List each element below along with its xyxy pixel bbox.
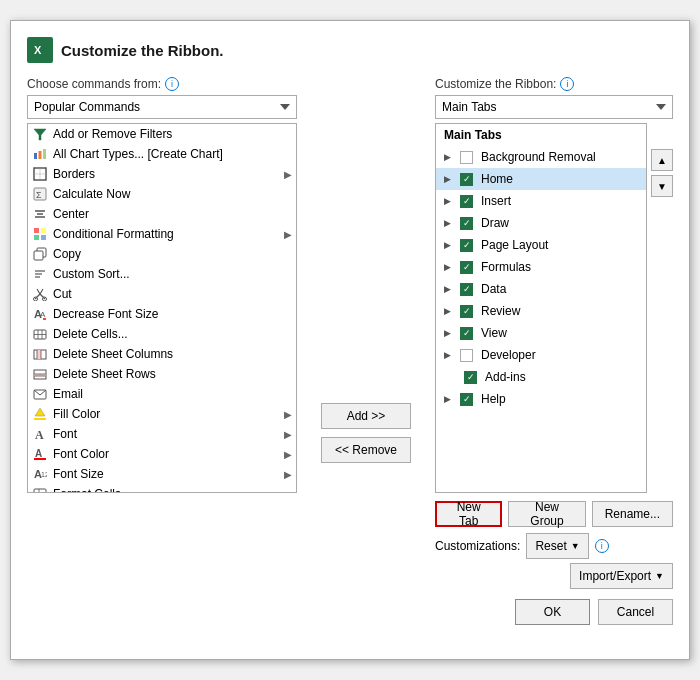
- list-item[interactable]: Fill Color▶: [28, 404, 296, 424]
- move-up-button[interactable]: ▲: [651, 149, 673, 171]
- right-info-icon[interactable]: i: [560, 77, 574, 91]
- fontsize-icon: A12: [32, 466, 48, 482]
- ribbon-list-header: Main Tabs: [436, 124, 646, 146]
- ribbon-dropdown[interactable]: Main Tabs: [435, 95, 673, 119]
- list-item[interactable]: Delete Cells...: [28, 324, 296, 344]
- right-panel: Customize the Ribbon: i Main Tabs Main T…: [435, 77, 673, 589]
- expand-arrow-icon: ▶: [284, 229, 292, 240]
- delcells-icon: [32, 326, 48, 342]
- ribbon-listbox[interactable]: Main Tabs▶Background Removal▶✓Home▶✓Inse…: [435, 123, 647, 493]
- ribbon-list-item[interactable]: ✓Add-ins: [436, 366, 646, 388]
- svg-line-25: [37, 289, 40, 294]
- rename-button[interactable]: Rename...: [592, 501, 673, 527]
- list-item[interactable]: Delete Sheet Columns: [28, 344, 296, 364]
- customizations-info-icon[interactable]: i: [595, 539, 609, 553]
- ribbon-checkbox[interactable]: ✓: [460, 239, 473, 252]
- cancel-button[interactable]: Cancel: [598, 599, 673, 625]
- ribbon-checkbox[interactable]: ✓: [460, 195, 473, 208]
- svg-text:12: 12: [41, 471, 47, 478]
- calc-icon: Σ: [32, 186, 48, 202]
- list-item[interactable]: Add or Remove Filters: [28, 124, 296, 144]
- svg-rect-37: [37, 350, 41, 359]
- right-panel-label: Customize the Ribbon: i: [435, 77, 673, 91]
- list-item[interactable]: Custom Sort...: [28, 264, 296, 284]
- list-item[interactable]: Conditional Formatting▶: [28, 224, 296, 244]
- commands-dropdown[interactable]: Popular Commands: [27, 95, 297, 119]
- ribbon-expand-arrow-icon: ▶: [444, 328, 456, 338]
- filter-icon: [32, 126, 48, 142]
- svg-rect-52: [34, 489, 46, 493]
- left-panel: Choose commands from: i Popular Commands…: [27, 77, 297, 589]
- remove-button[interactable]: << Remove: [321, 437, 411, 463]
- svg-line-26: [40, 289, 43, 294]
- ribbon-list-item[interactable]: ▶✓Help: [436, 388, 646, 410]
- move-down-button[interactable]: ▼: [651, 175, 673, 197]
- sort-icon: [32, 266, 48, 282]
- delcol-icon: [32, 346, 48, 362]
- reset-button[interactable]: Reset ▼: [526, 533, 588, 559]
- list-item[interactable]: Borders▶: [28, 164, 296, 184]
- left-info-icon[interactable]: i: [165, 77, 179, 91]
- new-tab-button[interactable]: New Tab: [435, 501, 502, 527]
- ribbon-list-item[interactable]: ▶✓Data: [436, 278, 646, 300]
- ribbon-list-item[interactable]: ▶✓Page Layout: [436, 234, 646, 256]
- font-icon: A: [32, 426, 48, 442]
- ribbon-list-item[interactable]: ▶✓Insert: [436, 190, 646, 212]
- list-item[interactable]: Delete Sheet Rows: [28, 364, 296, 384]
- svg-rect-3: [34, 153, 37, 159]
- ribbon-list-item[interactable]: ▶✓Home: [436, 168, 646, 190]
- svg-rect-4: [39, 151, 42, 159]
- svg-rect-17: [41, 235, 46, 240]
- formatcells-icon: [32, 486, 48, 493]
- decfont-icon: AA: [32, 306, 48, 322]
- new-group-button[interactable]: New Group: [508, 501, 585, 527]
- ribbon-checkbox[interactable]: ✓: [460, 327, 473, 340]
- list-item[interactable]: ΣCalculate Now: [28, 184, 296, 204]
- center-icon: [32, 206, 48, 222]
- list-item[interactable]: A12Font Size▶: [28, 464, 296, 484]
- ok-button[interactable]: OK: [515, 599, 590, 625]
- ribbon-expand-arrow-icon: ▶: [444, 284, 456, 294]
- expand-arrow-icon: ▶: [284, 449, 292, 460]
- ribbon-list-item[interactable]: ▶✓Review: [436, 300, 646, 322]
- customize-ribbon-dialog: X Customize the Ribbon. Choose commands …: [10, 20, 690, 660]
- ribbon-checkbox[interactable]: ✓: [460, 393, 473, 406]
- list-item[interactable]: Cut: [28, 284, 296, 304]
- svg-marker-45: [35, 408, 45, 416]
- list-item[interactable]: All Chart Types... [Create Chart]: [28, 144, 296, 164]
- ribbon-list-item[interactable]: ▶✓Draw: [436, 212, 646, 234]
- commands-listbox[interactable]: Add or Remove FiltersAll Chart Types... …: [27, 123, 297, 493]
- ribbon-checkbox[interactable]: ✓: [460, 217, 473, 230]
- bottom-buttons-row: New Tab New Group Rename...: [435, 501, 673, 527]
- ribbon-checkbox[interactable]: ✓: [460, 173, 473, 186]
- ribbon-list-item[interactable]: ▶✓Formulas: [436, 256, 646, 278]
- list-item[interactable]: Email: [28, 384, 296, 404]
- list-item[interactable]: Format Cells: [28, 484, 296, 493]
- add-button[interactable]: Add >>: [321, 403, 411, 429]
- svg-rect-15: [41, 228, 46, 233]
- ribbon-checkbox[interactable]: ✓: [460, 283, 473, 296]
- dialog-title: X Customize the Ribbon.: [27, 37, 673, 63]
- ribbon-checkbox[interactable]: [460, 349, 473, 362]
- svg-text:Σ: Σ: [36, 190, 42, 200]
- list-item[interactable]: AFont Color▶: [28, 444, 296, 464]
- expand-arrow-icon: ▶: [284, 409, 292, 420]
- list-item[interactable]: AADecrease Font Size: [28, 304, 296, 324]
- expand-arrow-icon: ▶: [284, 429, 292, 440]
- list-item[interactable]: Center: [28, 204, 296, 224]
- ribbon-expand-arrow-icon: ▶: [444, 306, 456, 316]
- ribbon-checkbox[interactable]: ✓: [460, 261, 473, 274]
- ribbon-list-item[interactable]: ▶✓View: [436, 322, 646, 344]
- customizations-row: Customizations: Reset ▼ i: [435, 533, 673, 559]
- ribbon-list-item[interactable]: ▶Background Removal: [436, 146, 646, 168]
- ribbon-checkbox[interactable]: ✓: [464, 371, 477, 384]
- list-item[interactable]: AFont▶: [28, 424, 296, 444]
- svg-rect-16: [34, 235, 39, 240]
- ribbon-checkbox[interactable]: ✓: [460, 305, 473, 318]
- ribbon-list-item[interactable]: ▶Developer: [436, 344, 646, 366]
- ribbon-order-buttons: ▲ ▼: [651, 119, 673, 493]
- ribbon-checkbox[interactable]: [460, 151, 473, 164]
- excel-icon: X: [27, 37, 53, 63]
- list-item[interactable]: Copy: [28, 244, 296, 264]
- import-export-button[interactable]: Import/Export ▼: [570, 563, 673, 589]
